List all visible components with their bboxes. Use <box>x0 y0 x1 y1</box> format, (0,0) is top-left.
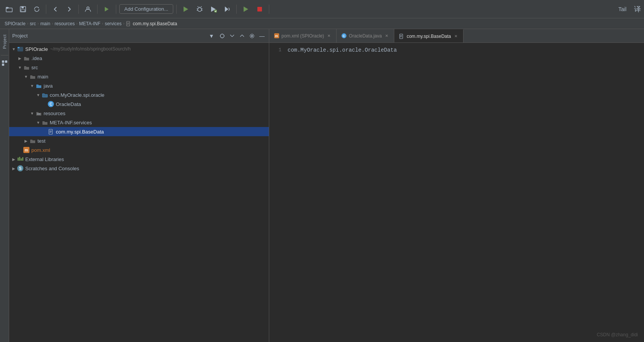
breadcrumb-sep-2: › <box>37 21 39 26</box>
svg-line-27 <box>230 35 232 37</box>
tree-item-root[interactable]: ▼ SPIOracle ~/myStudyInfo/msb/springboot… <box>9 44 269 54</box>
icon-package <box>41 91 48 98</box>
ext-libs-label: External Libraries <box>25 156 64 162</box>
forward-btn[interactable] <box>63 3 75 15</box>
separator-3 <box>97 5 98 14</box>
tree-item-scratches[interactable]: ▶ S Scratches and Consoles <box>9 164 269 173</box>
svg-marker-7 <box>105 7 109 11</box>
back-btn[interactable] <box>49 3 62 15</box>
tail-label[interactable]: Tail <box>615 5 629 14</box>
breadcrumb-sep-3: › <box>52 21 53 26</box>
breadcrumb-sep-5: › <box>102 21 103 26</box>
svg-marker-8 <box>184 7 188 12</box>
tree-item-base-data[interactable]: com.my.spi.BaseData <box>9 127 269 136</box>
run-config-arrow-btn[interactable] <box>101 3 113 15</box>
code-area[interactable]: com.MyOracle.spi.oracle.OracleData <box>285 46 644 339</box>
tab-pom-xml[interactable]: m pom.xml (SPIOracle) ✕ <box>269 29 337 42</box>
svg-rect-5 <box>21 10 25 11</box>
open-folder-btn[interactable] <box>3 3 15 15</box>
settings-btn[interactable] <box>248 32 256 40</box>
breadcrumb-spi-oracle[interactable]: SPIOracle <box>5 21 26 26</box>
icon-java-folder <box>35 82 42 89</box>
icon-pom-xml: m <box>23 147 30 153</box>
project-panel-title: Project <box>12 33 205 39</box>
toolbar: Add Configuration... Tail 译 <box>0 0 644 18</box>
src-label: src <box>31 65 38 70</box>
run-btn[interactable] <box>180 3 192 15</box>
svg-rect-21 <box>2 64 4 66</box>
tab-pom-close[interactable]: ✕ <box>326 33 332 39</box>
minimize-panel-btn[interactable]: — <box>258 32 266 40</box>
icon-oracle-data-class: C <box>47 101 54 107</box>
svg-rect-36 <box>39 114 40 114</box>
sidebar-extra-icon[interactable] <box>1 59 8 67</box>
breadcrumb-main[interactable]: main <box>40 21 50 26</box>
tree-item-idea[interactable]: ▶ .idea <box>9 54 269 63</box>
tab-base-data-close[interactable]: ✕ <box>453 34 459 39</box>
account-btn[interactable] <box>82 3 94 15</box>
main-area: Project Project ▼ <box>0 29 644 342</box>
icon-test-folder <box>29 137 36 144</box>
java-label: java <box>44 83 53 89</box>
tree-item-pom[interactable]: m pom.xml <box>9 145 269 155</box>
tab-oracle-data[interactable]: C OracleData.java ✕ <box>337 29 394 42</box>
stop-btn[interactable] <box>254 3 266 15</box>
tree-item-src[interactable]: ▼ src <box>9 63 269 72</box>
svg-marker-12 <box>225 7 228 12</box>
icon-base-data-file <box>47 128 54 135</box>
arrow-idea: ▶ <box>17 55 23 61</box>
svg-point-6 <box>87 7 89 9</box>
tree-item-ext-libs[interactable]: ▶ External Libraries <box>9 155 269 164</box>
code-line-1: com.MyOracle.spi.oracle.OracleData <box>288 46 644 54</box>
save-btn[interactable] <box>17 3 29 15</box>
tree-item-oracle-data[interactable]: C OracleData <box>9 99 269 109</box>
svg-rect-19 <box>2 60 4 63</box>
icon-main-folder <box>29 73 36 80</box>
breadcrumb-meta-inf[interactable]: META-INF <box>79 21 101 26</box>
svg-rect-34 <box>37 114 38 114</box>
package-label: com.MyOracle.spi.oracle <box>50 92 104 98</box>
expand-all-btn[interactable] <box>238 32 246 40</box>
add-configuration-btn[interactable]: Add Configuration... <box>119 4 173 14</box>
tree-item-main[interactable]: ▼ main <box>9 72 269 81</box>
run-filled-btn[interactable] <box>240 3 252 15</box>
line-number-1: 1 <box>269 46 281 54</box>
pom-label: pom.xml <box>31 147 50 153</box>
tab-pom-icon: m <box>274 33 279 39</box>
breadcrumb-sep-1: › <box>27 21 28 26</box>
arrow-resources: ▼ <box>29 110 35 116</box>
tree-item-java[interactable]: ▼ java <box>9 81 269 90</box>
breadcrumb-base-data[interactable]: com.my.spi.BaseData <box>133 21 177 26</box>
locate-file-btn[interactable] <box>218 32 226 40</box>
tree-item-meta-inf[interactable]: ▼ META-INF.services <box>9 118 269 127</box>
tree-item-package[interactable]: ▼ com.MyOracle.spi.oracle <box>9 90 269 99</box>
project-root-label: SPIOracle <box>25 46 48 52</box>
test-label: test <box>37 138 46 144</box>
tab-base-data[interactable]: com.my.spi.BaseData ✕ <box>394 29 463 42</box>
svg-line-29 <box>240 35 242 37</box>
tab-oracle-close[interactable]: ✕ <box>384 33 389 39</box>
file-tree-content: ▼ SPIOracle ~/myStudyInfo/msb/springboot… <box>9 43 269 342</box>
tree-item-resources[interactable]: ▼ resources <box>9 109 269 118</box>
svg-rect-14 <box>257 7 262 11</box>
arrow-test: ▶ <box>23 138 29 144</box>
svg-rect-33 <box>18 47 20 48</box>
svg-marker-13 <box>244 7 248 12</box>
breadcrumb-services[interactable]: services <box>105 21 122 26</box>
more-run-btn[interactable] <box>221 3 233 15</box>
svg-rect-44 <box>22 157 23 161</box>
breadcrumb-resources[interactable]: resources <box>55 21 75 26</box>
editor-panel: m pom.xml (SPIOracle) ✕ C OracleData.jav… <box>269 29 644 342</box>
collapse-all-btn[interactable] <box>228 32 236 40</box>
breadcrumb-src[interactable]: src <box>30 21 36 26</box>
tree-item-test[interactable]: ▶ test <box>9 136 269 145</box>
project-dropdown-icon[interactable]: ▼ <box>208 33 215 39</box>
svg-point-11 <box>214 10 217 13</box>
sync-btn[interactable] <box>31 3 43 15</box>
coverage-btn[interactable] <box>207 3 220 15</box>
translate-btn[interactable]: 译 <box>634 5 641 14</box>
debug-btn[interactable] <box>194 3 206 15</box>
project-tab[interactable]: Project <box>2 32 8 51</box>
icon-meta-inf-folder <box>41 119 48 126</box>
svg-rect-4 <box>21 7 24 8</box>
